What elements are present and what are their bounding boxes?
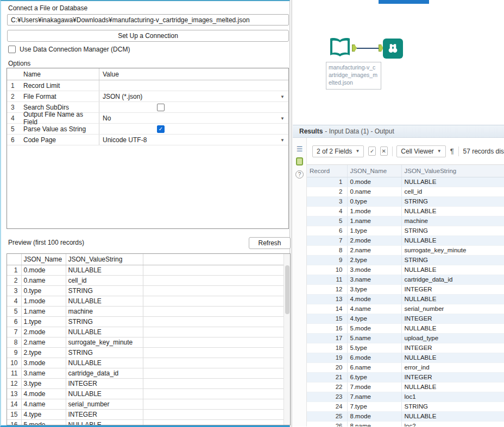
preview-row: 3 0.type STRING	[7, 285, 290, 296]
input-data-tool[interactable]	[328, 36, 352, 61]
results-toolbar: 2 of 2 Fields ▼ ✓ ✕ Cell Viewer ▼ ¶ 57 r…	[307, 138, 504, 165]
setup-connection-button[interactable]: Set Up a Connection	[7, 30, 289, 42]
record-number-cell: 18	[307, 343, 347, 353]
file-path-input[interactable]	[7, 14, 289, 26]
results-row: 24 7.type STRING	[307, 401, 504, 411]
results-grid: Record JSON_Name JSON_ValueString 1 0.mo…	[307, 165, 504, 426]
json-valuestring-cell: machine	[66, 306, 143, 316]
results-row: 25 8.mode NULLABLE	[307, 411, 504, 421]
workflow-tab-indicator[interactable]	[379, 0, 429, 4]
row-number-cell: 15	[7, 409, 21, 419]
json-valuestring-cell: serial_number	[66, 399, 143, 409]
deselect-all-icon[interactable]: ✕	[380, 146, 388, 156]
preview-scrollbar-thumb[interactable]	[285, 265, 289, 314]
dcm-checkbox[interactable]	[8, 46, 16, 53]
browse-tool[interactable]	[383, 39, 403, 59]
json-name-cell: 3.type	[347, 284, 401, 294]
row-number-cell: 13	[7, 388, 21, 399]
preview-row: 8 2.name surrogate_key_minute	[7, 337, 290, 347]
json-valuestring-cell: cell_id	[401, 187, 504, 196]
fields-selector-dropdown[interactable]: 2 of 2 Fields ▼	[312, 145, 364, 157]
preview-row: 15 4.type INTEGER	[7, 409, 290, 419]
record-number-cell: 5	[307, 216, 347, 226]
results-subtitle: - Input Data (1) - Output	[325, 128, 394, 135]
results-row: 1 0.mode NULLABLE	[307, 177, 504, 187]
column-header-json-valuestring[interactable]: JSON_ValueString	[401, 165, 504, 177]
toolbar-divider	[458, 146, 459, 156]
json-valuestring-cell: NULLABLE	[401, 353, 504, 362]
parse-value-checkbox[interactable]: ✓	[157, 125, 165, 133]
record-number-cell: 26	[307, 421, 347, 426]
record-number-cell: 9	[307, 255, 347, 265]
output-filename-dropdown[interactable]: No ▼	[99, 113, 288, 123]
book-icon	[328, 36, 352, 61]
json-valuestring-cell: NULLABLE	[401, 235, 504, 245]
results-row: 16 5.mode NULLABLE	[307, 323, 504, 333]
json-name-cell: 4.name	[21, 399, 66, 409]
json-valuestring-cell: NULLABLE	[401, 206, 504, 216]
cell-viewer-dropdown[interactable]: Cell Viewer ▼	[396, 145, 445, 157]
json-name-cell: 2.name	[347, 245, 401, 255]
file-format-dropdown[interactable]: JSON (*.json) ▼	[99, 91, 288, 101]
results-row: 19 6.mode NULLABLE	[307, 353, 504, 362]
row-number-cell: 8	[7, 337, 21, 347]
json-valuestring-cell: INTEGER	[401, 372, 504, 382]
json-name-cell: 2.mode	[347, 235, 401, 245]
output-anchor-icon[interactable]	[352, 44, 357, 52]
json-valuestring-cell: NULLABLE	[66, 358, 143, 368]
select-all-checkmark-icon[interactable]: ✓	[368, 146, 376, 156]
record-limit-input[interactable]	[103, 81, 270, 90]
json-name-cell: 1.type	[347, 226, 401, 235]
json-valuestring-cell: NULLABLE	[401, 411, 504, 421]
preview-row: 14 4.name serial_number	[7, 399, 290, 409]
panel-splitter[interactable]	[291, 0, 292, 427]
preview-scrollbar[interactable]	[284, 254, 290, 425]
code-page-dropdown[interactable]: Unicode UTF-8 ▼	[99, 135, 288, 145]
refresh-button[interactable]: Refresh	[249, 237, 291, 249]
json-name-cell: 0.name	[347, 187, 401, 196]
chevron-down-icon: ▼	[355, 149, 360, 154]
results-row: 18 5.type INTEGER	[307, 343, 504, 353]
column-header-json-name[interactable]: JSON_Name	[347, 165, 401, 177]
config-panel-title: Connect a File or Database	[8, 4, 87, 12]
search-subdirs-checkbox[interactable]	[157, 104, 165, 111]
preview-row: 13 4.mode NULLABLE	[7, 388, 290, 399]
json-name-cell: 2.mode	[21, 327, 66, 337]
workflow-canvas[interactable]: manufacturing-v_cartridge_images_melted.…	[293, 0, 504, 125]
json-valuestring-cell: INTEGER	[401, 314, 504, 323]
column-header-record[interactable]: Record	[307, 165, 347, 177]
record-number-cell: 19	[307, 353, 347, 362]
preview-header-row: JSON_Name JSON_ValueString	[7, 254, 290, 265]
preview-header-json-valuestring: JSON_ValueString	[66, 254, 143, 265]
menu-icon[interactable]: ☰	[297, 145, 303, 152]
chevron-down-icon: ▼	[280, 137, 285, 142]
json-name-cell: 1.type	[21, 316, 66, 327]
output-anchor-button[interactable]	[296, 157, 303, 165]
json-name-cell: 4.name	[347, 304, 401, 314]
json-valuestring-cell: NULLABLE	[401, 177, 504, 187]
results-side-strip: ☰ ?	[293, 138, 307, 426]
help-icon[interactable]: ?	[295, 170, 304, 179]
results-row: 15 4.type INTEGER	[307, 314, 504, 323]
preview-row: 4 1.mode NULLABLE	[7, 296, 290, 306]
results-row: 6 1.type STRING	[307, 226, 504, 235]
records-count-label: 57 records display	[463, 148, 504, 155]
json-valuestring-cell: NULLABLE	[66, 419, 143, 425]
preview-row: 7 2.mode NULLABLE	[7, 327, 290, 337]
json-valuestring-cell: loc1	[401, 392, 504, 401]
json-name-cell: 7.mode	[347, 382, 401, 392]
config-panel: Connect a File or Database Set Up a Conn…	[0, 0, 290, 427]
record-number-cell: 11	[307, 275, 347, 284]
json-valuestring-cell: STRING	[401, 196, 504, 206]
json-valuestring-cell: cell_id	[66, 275, 143, 285]
json-name-cell: 0.name	[21, 275, 66, 285]
preview-row: 1 0.mode NULLABLE	[7, 265, 290, 275]
results-row: 17 5.name upload_type	[307, 333, 504, 343]
connection-line[interactable]	[357, 48, 380, 49]
chevron-down-icon: ▼	[437, 149, 442, 154]
row-number-cell: 7	[7, 327, 21, 337]
option-row-record-limit: 1 Record Limit	[7, 80, 288, 91]
preview-row: 11 3.name cartridge_data_id	[7, 368, 290, 378]
whitespace-toggle-icon[interactable]: ¶	[450, 147, 454, 155]
json-valuestring-cell: INTEGER	[401, 343, 504, 353]
